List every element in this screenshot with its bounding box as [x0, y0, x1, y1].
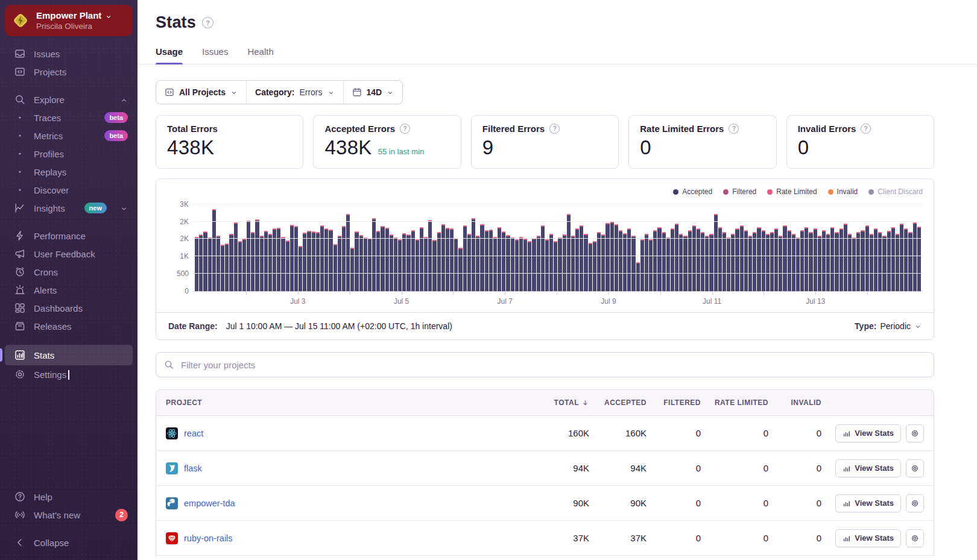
- help-icon[interactable]: ?: [861, 124, 871, 134]
- bar-series: [195, 201, 922, 291]
- bar: [809, 232, 812, 291]
- sidebar-item-label: Help: [34, 492, 52, 502]
- bar: [826, 234, 830, 291]
- sidebar-item-crons[interactable]: Crons: [5, 263, 133, 281]
- sidebar-item-metrics[interactable]: Metricsbeta: [5, 127, 133, 145]
- bar: [896, 234, 899, 291]
- legend-item-accepted[interactable]: Accepted: [673, 187, 712, 196]
- legend-item-rate-limited[interactable]: Rate Limited: [767, 187, 817, 196]
- project-settings-button[interactable]: [906, 424, 924, 442]
- help-icon[interactable]: ?: [549, 124, 560, 134]
- help-icon[interactable]: ?: [202, 17, 213, 28]
- view-stats-button[interactable]: View Stats: [835, 424, 901, 442]
- sidebar-item-insights[interactable]: Insightsnew: [5, 199, 133, 217]
- project-settings-button[interactable]: [906, 529, 924, 547]
- org-switcher[interactable]: Empower Plant Priscila Oliveira: [5, 5, 133, 36]
- date-period-filter[interactable]: 14D: [343, 81, 403, 104]
- legend-dot-icon: [868, 189, 874, 195]
- bar: [558, 238, 561, 291]
- sidebar-item-releases[interactable]: Releases: [5, 317, 133, 335]
- sidebar-item-settings[interactable]: Settings: [5, 365, 133, 383]
- bar: [441, 224, 445, 291]
- project-filter-label: All Projects: [179, 87, 226, 97]
- help-icon[interactable]: ?: [729, 124, 739, 134]
- sidebar-item-what-s-new[interactable]: What's new2: [5, 506, 133, 524]
- project-link[interactable]: empower-tda: [184, 499, 235, 508]
- project-link[interactable]: react: [184, 429, 203, 438]
- project-link[interactable]: ruby-on-rails: [184, 533, 233, 543]
- sidebar-item-collapse[interactable]: Collapse: [5, 533, 133, 552]
- sidebar-item-label: Profiles: [34, 149, 64, 159]
- sidebar-item-discover[interactable]: Discover: [5, 181, 133, 199]
- bar: [631, 236, 635, 291]
- sidebar-item-profiles[interactable]: Profiles: [5, 145, 133, 163]
- sidebar-item-dashboards[interactable]: Dashboards: [5, 299, 133, 317]
- bar: [891, 227, 895, 291]
- view-stats-button[interactable]: View Stats: [835, 494, 901, 512]
- search-input[interactable]: [180, 359, 926, 371]
- x-axis-tick-label: Jul 3: [290, 297, 305, 306]
- sidebar-item-alerts[interactable]: Alerts: [5, 281, 133, 299]
- bar: [238, 241, 242, 291]
- project-filter[interactable]: All Projects: [156, 81, 246, 104]
- card-title: Invalid Errors: [798, 124, 856, 134]
- bar: [744, 230, 748, 291]
- tab-issues[interactable]: Issues: [202, 46, 228, 64]
- type-select[interactable]: Type: Periodic: [855, 321, 922, 331]
- bar: [463, 225, 467, 291]
- project-settings-button[interactable]: [906, 494, 924, 512]
- column-header-total[interactable]: Total: [535, 398, 589, 407]
- bar: [792, 234, 795, 291]
- sidebar-item-stats[interactable]: Stats: [5, 345, 133, 365]
- project-link[interactable]: flask: [184, 464, 202, 473]
- bar: [485, 230, 488, 291]
- column-header-accepted[interactable]: Accepted: [589, 398, 647, 407]
- sidebar-item-label: Discover: [34, 185, 69, 195]
- cell-filtered: 0: [647, 498, 701, 508]
- sidebar-item-replays[interactable]: Replays: [5, 163, 133, 181]
- column-header-filtered[interactable]: Filtered: [647, 398, 701, 407]
- bar: [640, 239, 644, 291]
- legend-item-filtered[interactable]: Filtered: [723, 187, 756, 196]
- bar: [472, 218, 475, 291]
- view-stats-button[interactable]: View Stats: [835, 459, 901, 477]
- bar: [722, 232, 726, 291]
- bar: [757, 227, 760, 291]
- category-filter[interactable]: Category: Errors: [246, 81, 343, 104]
- tab-usage[interactable]: Usage: [156, 46, 183, 64]
- bullet-dot-icon: [14, 184, 25, 195]
- bar: [748, 236, 752, 291]
- search-icon: [164, 360, 174, 370]
- bar: [346, 214, 350, 291]
- column-header-project[interactable]: Project: [166, 398, 535, 407]
- whats-new-count-badge: 2: [115, 509, 128, 521]
- alerts-icon: [14, 285, 25, 295]
- bar: [359, 235, 363, 291]
- sidebar-item-issues[interactable]: Issues: [5, 45, 133, 63]
- help-icon[interactable]: ?: [400, 124, 410, 134]
- column-header-invalid[interactable]: Invalid: [768, 398, 821, 407]
- sidebar-item-projects[interactable]: Projects: [5, 63, 133, 81]
- sidebar-item-explore[interactable]: Explore: [5, 90, 133, 109]
- sidebar-item-help[interactable]: Help: [5, 488, 133, 506]
- legend-item-client-discard[interactable]: Client Discard: [868, 187, 923, 196]
- bar: [740, 225, 744, 291]
- chevron-down-icon: [105, 12, 112, 19]
- type-value: Periodic: [880, 321, 911, 331]
- view-stats-button[interactable]: View Stats: [835, 529, 901, 547]
- card-value: 0: [798, 136, 809, 159]
- bar: [290, 225, 294, 291]
- project-settings-button[interactable]: [906, 459, 924, 477]
- tab-health[interactable]: Health: [247, 46, 273, 64]
- bar: [537, 236, 540, 291]
- legend-item-invalid[interactable]: Invalid: [828, 187, 858, 196]
- bar: [303, 233, 306, 291]
- sidebar-item-user-feedback[interactable]: User Feedback: [5, 245, 133, 263]
- cell-accepted: 160K: [589, 428, 647, 438]
- column-header-rate_limited[interactable]: Rate Limited: [701, 398, 768, 407]
- sidebar-item-traces[interactable]: Tracesbeta: [5, 109, 133, 127]
- bar: [917, 227, 921, 291]
- sidebar-item-performance[interactable]: Performance: [5, 227, 133, 245]
- bullet-dot-icon: [14, 112, 25, 123]
- x-axis-tick: [764, 292, 764, 295]
